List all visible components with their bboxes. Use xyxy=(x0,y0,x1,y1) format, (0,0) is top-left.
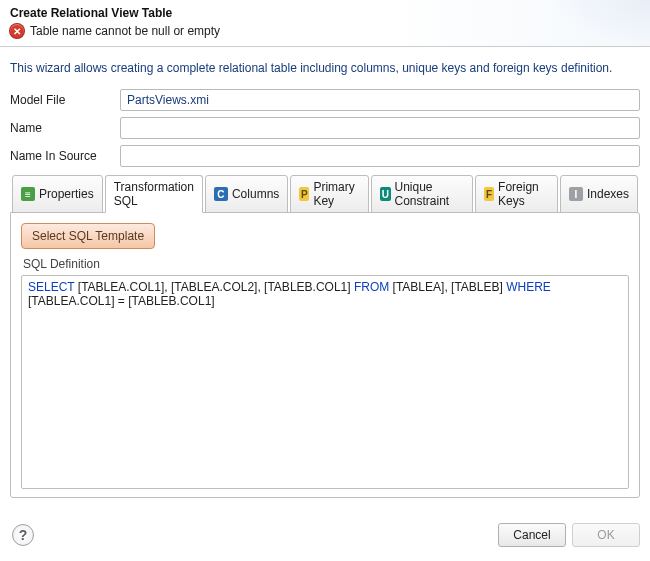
tab-properties[interactable]: ≡Properties xyxy=(12,175,103,213)
primary-key-icon: P xyxy=(299,187,309,201)
tab-columns[interactable]: CColumns xyxy=(205,175,288,213)
tab-unique-constraint[interactable]: UUnique Constraint xyxy=(371,175,473,213)
tab-transformation-sql[interactable]: Transformation SQL xyxy=(105,175,203,213)
cancel-button[interactable]: Cancel xyxy=(498,523,566,547)
columns-icon: C xyxy=(214,187,228,201)
tab-primary-key[interactable]: PPrimary Key xyxy=(290,175,369,213)
error-message: Table name cannot be null or empty xyxy=(30,24,220,38)
tab-foreign-keys[interactable]: FForeign Keys xyxy=(475,175,558,213)
properties-icon: ≡ xyxy=(21,187,35,201)
name-field[interactable] xyxy=(120,117,640,139)
tab-label: Transformation SQL xyxy=(114,180,194,208)
dialog-content: This wizard allows creating a complete r… xyxy=(0,47,650,502)
tab-label: Properties xyxy=(39,187,94,201)
name-in-source-field[interactable] xyxy=(120,145,640,167)
error-icon: ✕ xyxy=(10,24,24,38)
error-line: ✕ Table name cannot be null or empty xyxy=(10,24,640,38)
tab-indexes[interactable]: IIndexes xyxy=(560,175,638,213)
dialog-header: Create Relational View Table ✕ Table nam… xyxy=(0,0,650,47)
tab-label: Indexes xyxy=(587,187,629,201)
tab-label: Unique Constraint xyxy=(395,180,464,208)
unique-constraint-icon: U xyxy=(380,187,390,201)
sql-definition-editor[interactable]: SELECT [TABLEA.COL1], [TABLEA.COL2], [TA… xyxy=(21,275,629,489)
ok-button[interactable]: OK xyxy=(572,523,640,547)
sql-tables: [TABLEA], [TABLEB] xyxy=(389,280,506,294)
model-file-field xyxy=(120,89,640,111)
sql-definition-label: SQL Definition xyxy=(23,257,629,271)
model-file-label: Model File xyxy=(10,93,120,107)
tab-bar: ≡Properties Transformation SQL CColumns … xyxy=(10,175,640,213)
sql-condition: [TABLEA.COL1] = [TABLEB.COL1] xyxy=(28,294,215,308)
name-label: Name xyxy=(10,121,120,135)
indexes-icon: I xyxy=(569,187,583,201)
sql-keyword-where: WHERE xyxy=(506,280,551,294)
select-sql-template-button[interactable]: Select SQL Template xyxy=(21,223,155,249)
sql-keyword-select: SELECT xyxy=(28,280,74,294)
sql-columns: [TABLEA.COL1], [TABLEA.COL2], [TABLEB.CO… xyxy=(74,280,353,294)
tab-panel-transformation-sql: Select SQL Template SQL Definition SELEC… xyxy=(10,212,640,498)
wizard-instruction: This wizard allows creating a complete r… xyxy=(10,61,640,75)
dialog-title: Create Relational View Table xyxy=(10,6,640,20)
help-icon[interactable]: ? xyxy=(12,524,34,546)
tab-label: Columns xyxy=(232,187,279,201)
tab-label: Foreign Keys xyxy=(498,180,549,208)
dialog-footer: ? Cancel OK xyxy=(0,513,650,561)
name-in-source-label: Name In Source xyxy=(10,149,120,163)
sql-keyword-from: FROM xyxy=(354,280,389,294)
tab-label: Primary Key xyxy=(313,180,360,208)
foreign-keys-icon: F xyxy=(484,187,494,201)
